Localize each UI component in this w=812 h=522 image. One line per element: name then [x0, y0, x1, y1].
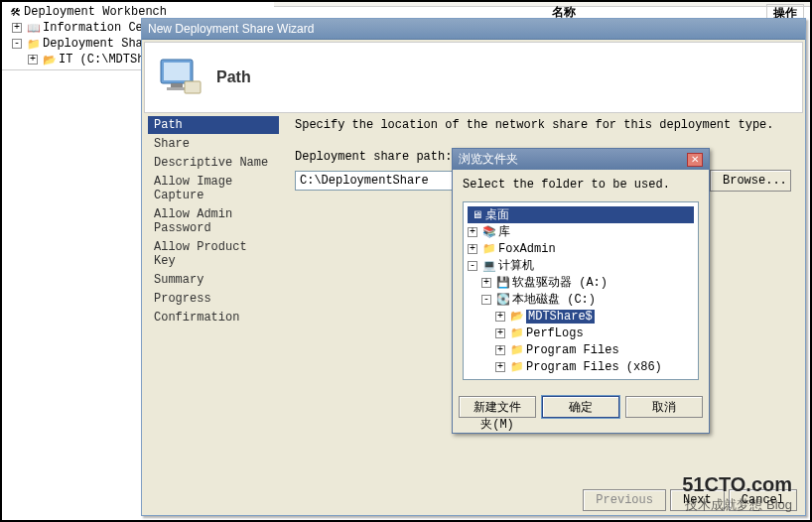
previous-button: Previous: [583, 489, 666, 511]
tree-pf[interactable]: + 📁 Program Files: [468, 341, 694, 358]
svg-rect-3: [167, 87, 187, 90]
wizard-instruction: Specify the location of the network shar…: [295, 118, 791, 132]
new-folder-button[interactable]: 新建文件夹(M): [459, 396, 536, 418]
computer-icon: 💻: [482, 259, 496, 273]
book-icon: 📖: [27, 21, 41, 35]
tree-computer[interactable]: - 💻 计算机: [468, 257, 694, 274]
expand-icon[interactable]: +: [481, 278, 491, 288]
folder-share-icon: 📁: [27, 37, 41, 51]
svg-rect-2: [171, 83, 183, 87]
step-allow-product-key[interactable]: Allow Product Key: [148, 238, 279, 270]
wizard-title-text: New Deployment Share Wizard: [148, 22, 314, 36]
wizard-cancel-button[interactable]: Cancel: [729, 489, 797, 511]
tree-pf86[interactable]: + 📁 Program Files (x86): [468, 358, 694, 375]
folder-icon: 📂: [43, 53, 57, 66]
ok-button[interactable]: 确定: [542, 396, 619, 418]
tree-perflogs[interactable]: + 📁 PerfLogs: [468, 325, 694, 341]
list-header: 名称 操作: [274, 2, 810, 7]
browse-button[interactable]: Browse...: [710, 170, 791, 192]
expand-icon[interactable]: +: [28, 55, 38, 65]
desktop-icon: 🖥: [470, 208, 483, 222]
step-descriptive-name[interactable]: Descriptive Name: [148, 154, 279, 172]
step-summary[interactable]: Summary: [148, 271, 279, 289]
user-folder-icon: 📁: [482, 242, 496, 256]
tree-desktop[interactable]: 🖥 桌面: [468, 206, 694, 223]
disk-icon: 💽: [496, 293, 510, 307]
library-icon: 📚: [482, 225, 496, 239]
folder-tree[interactable]: 🖥 桌面 + 📚 库 + 📁 FoxAdmin: [463, 201, 699, 380]
tree-floppy[interactable]: + 💾 软盘驱动器 (A:): [468, 274, 694, 291]
wizard-steps: Path Share Descriptive Name Allow Image …: [144, 112, 283, 479]
next-button[interactable]: Next: [670, 489, 725, 511]
wizard-header: Path: [144, 42, 803, 113]
wizard-titlebar[interactable]: New Deployment Share Wizard: [142, 19, 805, 40]
wizard-heading: Path: [216, 68, 251, 86]
tree-mdtshare[interactable]: + 📂 MDTShare$: [468, 308, 694, 325]
wizard-window: New Deployment Share Wizard Path Path Sh…: [141, 18, 806, 516]
browse-titlebar[interactable]: 浏览文件夹 ✕: [453, 149, 709, 170]
collapse-icon[interactable]: -: [468, 261, 477, 271]
browse-title-text: 浏览文件夹: [459, 151, 518, 168]
browse-dialog: 浏览文件夹 ✕ Select the folder to be used. 🖥 …: [452, 148, 710, 434]
expand-icon[interactable]: +: [495, 312, 505, 322]
step-progress[interactable]: Progress: [148, 290, 279, 308]
wizard-main: Specify the location of the network shar…: [283, 112, 803, 479]
folder-icon: 📂: [510, 310, 524, 324]
svg-rect-4: [185, 81, 201, 93]
wrench-icon: 🛠: [8, 5, 22, 19]
close-icon[interactable]: ✕: [687, 153, 703, 167]
step-share[interactable]: Share: [148, 135, 279, 153]
collapse-icon[interactable]: -: [12, 39, 22, 49]
wizard-footer: Previous Next Cancel: [583, 489, 797, 511]
tree-foxadmin[interactable]: + 📁 FoxAdmin: [468, 240, 694, 257]
browse-message: Select the folder to be used.: [463, 178, 699, 192]
tree-cdrive[interactable]: - 💽 本地磁盘 (C:): [468, 291, 694, 308]
svg-rect-1: [164, 63, 190, 80]
folder-icon: 📁: [510, 326, 524, 340]
tree-lib[interactable]: + 📚 库: [468, 223, 694, 240]
expand-icon[interactable]: +: [468, 244, 477, 254]
expand-icon[interactable]: +: [12, 23, 22, 33]
folder-icon: 📁: [510, 343, 524, 357]
floppy-icon: 💾: [496, 276, 510, 290]
step-confirmation[interactable]: Confirmation: [148, 309, 279, 326]
expand-icon[interactable]: +: [468, 227, 477, 237]
step-allow-admin-password[interactable]: Allow Admin Password: [148, 205, 279, 237]
folder-icon: 📁: [510, 360, 524, 374]
monitor-icon: [157, 54, 204, 101]
expand-icon[interactable]: +: [495, 345, 505, 355]
collapse-icon[interactable]: -: [481, 295, 491, 305]
expand-icon[interactable]: +: [495, 362, 505, 372]
step-allow-image-capture[interactable]: Allow Image Capture: [148, 173, 279, 204]
expand-icon[interactable]: +: [495, 328, 505, 338]
cancel-button[interactable]: 取消: [625, 396, 703, 418]
tree-root-label: Deployment Workbench: [24, 5, 167, 19]
step-path[interactable]: Path: [148, 116, 279, 134]
